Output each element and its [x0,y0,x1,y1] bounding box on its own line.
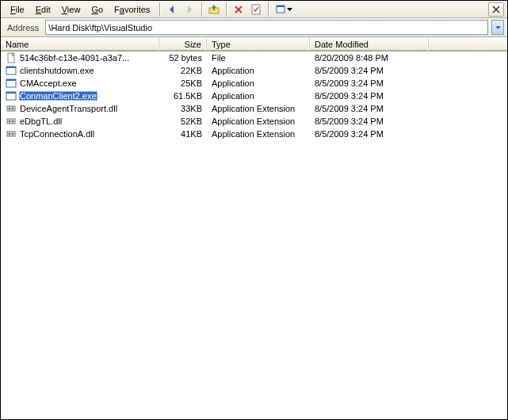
svg-point-12 [9,108,11,110]
file-icon [6,128,17,139]
delete-button[interactable] [230,2,247,17]
header-date[interactable]: Date Modified [310,37,429,51]
column-headers: Name Size Type Date Modified [1,37,507,52]
file-list[interactable]: 514c36bf-c13e-4091-a3a7...52 bytesFile8/… [1,52,507,419]
file-size: 25KB [159,78,207,88]
chevron-down-icon [287,8,292,11]
file-type: File [207,53,310,63]
file-date: 8/5/2009 3:24 PM [310,129,429,139]
svg-rect-6 [6,67,16,68]
file-size: 41KB [159,129,207,139]
check-sheet-icon [250,4,262,15]
folder-up-icon [208,4,220,15]
nav-group [163,2,198,17]
file-type: Application [207,66,310,75]
x-icon [233,4,244,15]
svg-point-19 [12,133,14,136]
svg-point-16 [12,120,14,123]
menu-file[interactable]: File [6,3,29,16]
svg-point-15 [9,120,11,123]
window-icon [276,4,287,15]
header-type[interactable]: Type [207,37,310,51]
menubar: File Edit View Go Favorites [1,1,507,18]
properties-button[interactable] [247,2,265,17]
file-date: 8/5/2009 3:24 PM [310,91,429,101]
file-row[interactable]: 514c36bf-c13e-4091-a3a7...52 bytesFile8/… [1,52,507,64]
file-size: 52 bytes [159,53,207,63]
file-date: 8/5/2009 3:24 PM [310,66,429,75]
file-name: ConmanClient2.exe [19,91,97,101]
file-name: clientshutdown.exe [19,66,95,75]
file-row[interactable]: DeviceAgentTransport.dll33KBApplication … [1,102,507,115]
file-name: eDbgTL.dll [19,116,63,126]
file-type: Application [207,78,310,88]
file-name: TcpConnectionA.dll [19,129,95,139]
file-date: 8/20/2009 8:48 PM [310,53,429,63]
close-icon [492,6,500,13]
menu-go[interactable]: Go [86,3,108,16]
divider [268,2,269,17]
file-icon [6,90,17,101]
svg-point-13 [12,108,14,110]
menu-view[interactable]: View [57,3,86,16]
file-row[interactable]: eDbgTL.dll52KBApplication Extension8/5/2… [1,115,507,128]
file-size: 22KB [159,66,207,75]
menu-items: File Edit View Go Favorites [4,3,156,16]
address-input[interactable] [45,20,488,35]
file-size: 52KB [159,116,207,126]
views-button[interactable] [272,2,296,17]
arrow-right-icon [184,4,195,15]
file-date: 8/5/2009 3:24 PM [310,104,429,113]
svg-point-18 [9,133,11,136]
file-row[interactable]: CMAccept.exe25KBApplication8/5/2009 3:24… [1,77,507,90]
menu-edit[interactable]: Edit [31,3,55,16]
divider [226,2,227,17]
file-icon [6,116,17,127]
forward-button[interactable] [181,2,198,17]
header-size[interactable]: Size [159,37,207,51]
file-icon [6,103,17,114]
divider [201,2,202,17]
svg-rect-3 [277,6,285,7]
file-type: Application Extension [207,104,310,113]
address-dropdown[interactable] [491,20,504,35]
svg-rect-8 [6,79,16,81]
file-row[interactable]: ConmanClient2.exe61.5KBApplication8/5/20… [1,90,507,102]
up-button[interactable] [205,2,223,17]
file-size: 61.5KB [159,91,207,101]
header-spacer [429,37,507,51]
address-label: Address [4,23,42,32]
file-type: Application [207,91,310,101]
file-type: Application Extension [207,129,310,139]
svg-rect-10 [6,92,16,94]
file-icon [6,78,17,89]
file-icon [6,65,17,76]
file-date: 8/5/2009 3:24 PM [310,78,429,88]
file-size: 33KB [159,104,207,113]
file-name: DeviceAgentTransport.dll [19,104,118,113]
chevron-down-icon [495,26,501,29]
close-button[interactable] [488,2,504,17]
menu-favorites[interactable]: Favorites [109,3,155,16]
file-name: CMAccept.exe [19,78,78,88]
addressbar: Address [1,18,507,37]
file-date: 8/5/2009 3:24 PM [310,116,429,126]
back-button[interactable] [163,2,181,17]
file-type: Application Extension [207,116,310,126]
file-row[interactable]: TcpConnectionA.dll41KBApplication Extens… [1,128,507,140]
header-name[interactable]: Name [1,37,159,51]
file-icon [6,52,17,63]
divider [159,2,160,17]
file-row[interactable]: clientshutdown.exe22KBApplication8/5/200… [1,64,507,77]
file-name: 514c36bf-c13e-4091-a3a7... [19,53,130,63]
arrow-left-icon [166,4,178,15]
